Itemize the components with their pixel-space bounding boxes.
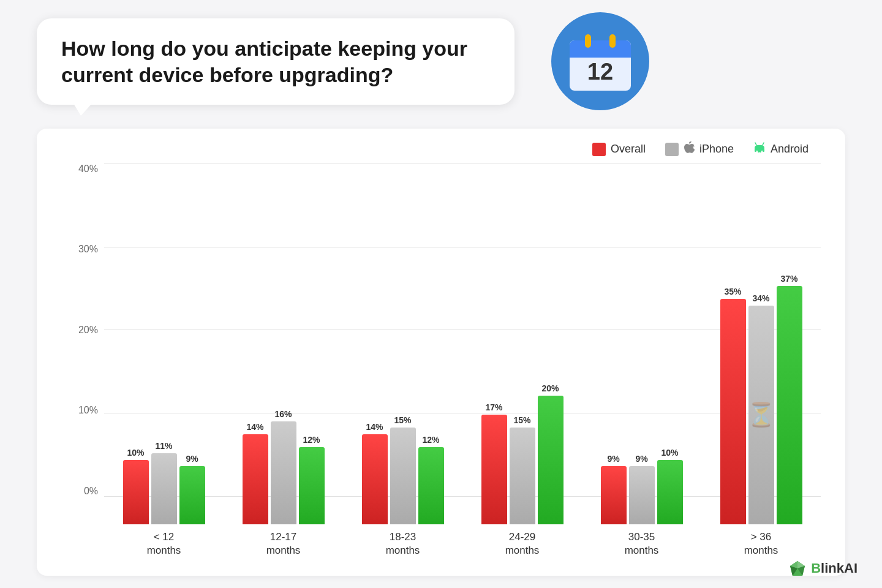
bar-wrapper: 15% [390, 415, 416, 524]
bar-group: 14%15%12% [343, 415, 462, 524]
bar-value-label: 14% [246, 422, 263, 432]
android-icon [753, 141, 766, 157]
bar-value-label: 12% [303, 435, 320, 445]
x-axis-label: > 36months [701, 530, 821, 557]
svg-rect-11 [755, 148, 756, 152]
bar-wrapper: 9% [629, 454, 655, 524]
svg-line-9 [755, 143, 756, 145]
bar [777, 286, 802, 524]
svg-rect-13 [758, 148, 760, 153]
bar-group: 35%34%⏳37% [701, 274, 821, 524]
bar [510, 428, 535, 524]
bar-group: 14%16%12% [224, 409, 343, 524]
svg-rect-3 [585, 34, 591, 48]
bar-wrapper: 9% [601, 454, 627, 524]
bar-value-label: 12% [422, 435, 439, 445]
bar-wrapper: 10% [657, 448, 683, 524]
x-axis-label: 18-23months [343, 530, 462, 557]
bar-wrapper: 17% [481, 402, 507, 524]
bar-value-label: 16% [274, 409, 292, 419]
bar-value-label: 37% [780, 274, 797, 284]
blinkai-logo [789, 560, 806, 577]
bar-value-label: 15% [394, 415, 411, 425]
svg-rect-4 [609, 34, 616, 48]
bar-wrapper: 14% [362, 422, 388, 524]
bar-value-label: 10% [661, 448, 678, 458]
y-axis-label: 0% [74, 486, 98, 497]
blinkai-b: B [811, 560, 821, 576]
y-axis-label: 40% [74, 164, 98, 175]
bar-wrapper: 37% [777, 274, 802, 524]
bar-group: 9%9%10% [582, 448, 701, 524]
x-axis-label: 30-35months [582, 530, 701, 557]
bar: ⏳ [748, 306, 774, 524]
bar-value-label: 9% [607, 454, 619, 464]
bar [151, 453, 177, 524]
bar-wrapper: 11% [151, 441, 177, 524]
bar [123, 460, 149, 524]
chart-area: 0%10%20%30%40% 10%11%9%14%16%12%14%15%12… [74, 164, 821, 524]
bar [720, 299, 746, 524]
svg-rect-12 [763, 148, 764, 152]
legend-iphone-label: iPhone [699, 143, 734, 156]
bar-value-label: 35% [724, 287, 741, 296]
legend-swatch-overall [592, 143, 606, 156]
x-axis-label: 24-29months [462, 530, 582, 557]
x-axis-label: 12-17months [224, 530, 343, 557]
legend-swatch-iphone [665, 143, 679, 156]
bar-wrapper: 12% [418, 435, 444, 524]
bar [271, 421, 296, 524]
hourglass-overlay: ⏳ [747, 403, 775, 426]
bar-wrapper: 34%⏳ [748, 293, 774, 524]
x-axis-label: < 12months [104, 530, 224, 557]
legend-android-label: Android [771, 143, 809, 156]
svg-line-10 [763, 143, 764, 145]
chart-container: Overall iPhone [37, 129, 845, 576]
bar-value-label: 14% [366, 422, 383, 432]
bar-wrapper: 12% [299, 435, 325, 524]
bar [362, 434, 388, 524]
x-axis: < 12months12-17months18-23months24-29mon… [74, 524, 821, 557]
legend-iphone: iPhone [665, 141, 734, 157]
bar [179, 466, 205, 524]
bar-group: 17%15%20% [462, 383, 582, 524]
legend-overall: Overall [592, 143, 646, 156]
bar-value-label: 9% [186, 454, 198, 464]
calendar-icon: 12 [567, 29, 634, 94]
legend-android: Android [753, 141, 809, 157]
bar-wrapper: 14% [243, 422, 268, 524]
legend: Overall iPhone [74, 141, 821, 157]
bar [538, 396, 564, 524]
bar-wrapper: 15% [510, 415, 535, 524]
svg-rect-2 [570, 51, 631, 58]
blinkai-brand: BlinkAI [789, 560, 858, 577]
bar [601, 466, 627, 524]
legend-overall-label: Overall [611, 143, 646, 156]
bar-group: 10%11%9% [104, 441, 224, 524]
bar-wrapper: 9% [179, 454, 205, 524]
bar-wrapper: 16% [271, 409, 296, 524]
y-axis-label: 10% [74, 405, 98, 416]
bar-value-label: 11% [155, 441, 172, 451]
svg-rect-14 [760, 148, 761, 153]
bar-value-label: 17% [485, 402, 502, 412]
header-area: How long do you anticipate keeping your … [37, 18, 845, 116]
bars-area: 10%11%9%14%16%12%14%15%12%17%15%20%9%9%1… [104, 164, 821, 524]
bar [481, 415, 507, 524]
y-axis: 0%10%20%30%40% [74, 164, 104, 524]
bar-wrapper: 10% [123, 448, 149, 524]
blinkai-text: BlinkAI [811, 560, 858, 576]
y-axis-label: 30% [74, 244, 98, 255]
apple-icon [684, 141, 695, 157]
bar-value-label: 9% [635, 454, 647, 464]
bar-value-label: 15% [513, 415, 530, 425]
svg-text:12: 12 [587, 59, 613, 85]
bar-wrapper: 35% [720, 287, 746, 524]
question-bubble: How long do you anticipate keeping your … [37, 18, 514, 105]
bar [390, 428, 416, 524]
chart-plot: 10%11%9%14%16%12%14%15%12%17%15%20%9%9%1… [104, 164, 821, 524]
bar-value-label: 20% [541, 383, 559, 393]
bar [243, 434, 268, 524]
bar [299, 447, 325, 524]
calendar-icon-container: 12 [551, 12, 649, 110]
